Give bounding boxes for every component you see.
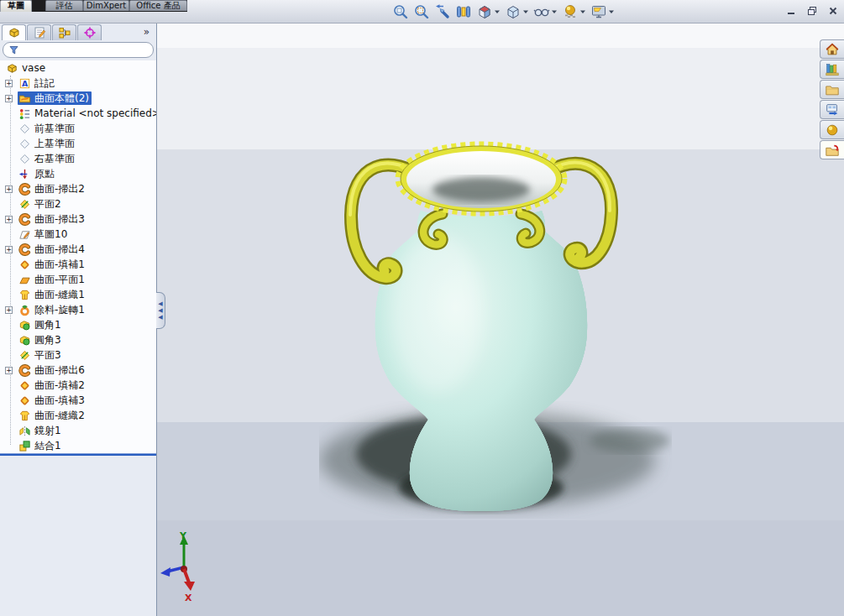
tree-item[interactable]: 曲面-填補2 — [0, 378, 156, 393]
vase-3d-model[interactable] — [319, 137, 672, 523]
tree-item-target[interactable]: 曲面-掃出6 — [18, 363, 87, 377]
tab-sketch[interactable]: 草圖 — [0, 0, 32, 12]
tree-item[interactable]: 上基準面 — [0, 136, 156, 151]
tree-root-item[interactable]: vase — [0, 60, 156, 76]
tree-item[interactable]: 曲面-縫織2 — [0, 408, 156, 423]
tree-item-target[interactable]: 草圖10 — [18, 227, 70, 241]
tree-item-target[interactable]: 曲面-掃出4 — [18, 243, 87, 256]
tree-item-target[interactable]: 曲面-掃出2 — [18, 182, 87, 196]
tab-evaluate[interactable]: 評估 — [45, 0, 83, 11]
tree-item-target[interactable]: 曲面-平面1 — [18, 273, 87, 286]
tree-item-target[interactable]: 圓角1 — [18, 318, 64, 331]
view-orientation-button[interactable] — [475, 3, 501, 21]
tree-item-target[interactable]: 曲面-掃出3 — [18, 212, 87, 226]
tree-item-target[interactable]: 曲面-填補3 — [18, 394, 87, 407]
tree-item[interactable]: 前基準面 — [0, 121, 156, 136]
tree-item[interactable]: 曲面-填補3 — [0, 393, 156, 408]
tree-item[interactable]: 圓角3 — [0, 332, 156, 347]
previous-view-button[interactable] — [433, 3, 452, 21]
expand-toggle[interactable]: + — [5, 185, 13, 193]
tree-item-target[interactable]: 原點 — [18, 167, 57, 180]
view-orientation-icon — [476, 3, 493, 20]
taskpane-tab-file-explorer[interactable] — [820, 80, 844, 99]
tree-item[interactable]: 曲面-填補1 — [0, 257, 156, 272]
dropdown-caret-icon[interactable] — [608, 8, 615, 15]
tab-propertymanager[interactable] — [27, 24, 51, 40]
close-button[interactable] — [826, 5, 839, 16]
tree-item-target[interactable]: Material <not specified> — [18, 107, 156, 120]
display-style-button[interactable] — [504, 3, 530, 21]
tree-item-target[interactable]: 曲面-縫織1 — [18, 288, 87, 301]
tree-item[interactable]: 原點 — [0, 166, 156, 181]
taskpane-tab-appearances-scenes[interactable] — [820, 120, 844, 139]
vase-rim[interactable] — [398, 144, 564, 213]
expand-toggle[interactable]: + — [5, 367, 13, 374]
taskpane-tab-solidworks-resources[interactable] — [820, 39, 844, 59]
tree-item-target[interactable]: 曲面本體(2) — [18, 91, 92, 105]
tree-item[interactable]: +曲面-掃出6 — [0, 363, 156, 378]
tree-item-target[interactable]: 鏡射1 — [18, 424, 64, 437]
tree-item[interactable]: 平面2 — [0, 196, 156, 211]
tree-item-target[interactable]: 除料-旋轉1 — [18, 303, 87, 316]
expand-toggle[interactable]: + — [5, 95, 13, 102]
tree-item-target[interactable]: A註記 — [18, 76, 57, 90]
tree-item[interactable]: 鏡射1 — [0, 423, 156, 438]
tree-item[interactable]: +曲面-掃出2 — [0, 181, 156, 196]
apply-scene-button[interactable] — [590, 3, 616, 21]
rollback-bar[interactable] — [0, 453, 156, 456]
taskpane-tab-design-library[interactable] — [820, 60, 844, 79]
tree-item[interactable]: +除料-旋轉1 — [0, 302, 156, 317]
manager-overflow-chevron[interactable]: » — [144, 26, 149, 38]
tab-featuremanager-design-tree[interactable] — [2, 24, 26, 40]
tab-office-products[interactable]: Office 產品 — [129, 0, 187, 11]
tree-item-target[interactable]: 前基準面 — [18, 122, 77, 135]
tree-item-target[interactable]: vase — [5, 61, 48, 75]
restore-button[interactable] — [805, 5, 818, 16]
zoom-to-fit-button[interactable] — [391, 3, 410, 21]
tree-item-target[interactable]: 曲面-填補1 — [18, 258, 87, 271]
tree-item[interactable]: 曲面-平面1 — [0, 272, 156, 287]
dropdown-caret-icon[interactable] — [522, 8, 529, 15]
taskpane-tab-view-palette[interactable] — [820, 100, 844, 119]
expand-toggle[interactable]: + — [5, 216, 13, 223]
tree-item[interactable]: +曲面本體(2) — [0, 91, 156, 106]
tree-item-target[interactable]: 上基準面 — [18, 137, 77, 150]
tree-item-target[interactable]: 結合1 — [18, 439, 64, 452]
tree-filter-input[interactable] — [23, 45, 140, 55]
zoom-to-area-button[interactable] — [412, 3, 431, 21]
section-view-button[interactable] — [454, 3, 473, 21]
tree-item[interactable]: 右基準面 — [0, 151, 156, 166]
tree-item-target[interactable]: 平面3 — [18, 348, 64, 362]
tree-item-target[interactable]: 曲面-填補2 — [18, 378, 87, 392]
minimize-button[interactable] — [784, 5, 797, 16]
tree-item[interactable]: 平面3 — [0, 347, 156, 363]
hide-show-items-button[interactable] — [532, 3, 558, 21]
edit-appearance-button[interactable] — [561, 3, 587, 21]
tab-dimxpert[interactable]: DimXpert — [83, 0, 129, 11]
tree-item-target[interactable]: 右基準面 — [18, 152, 77, 165]
expand-toggle[interactable]: + — [5, 80, 13, 87]
tree-item-target[interactable]: 曲面-縫織2 — [18, 409, 87, 422]
view-toolbar — [391, 3, 616, 21]
tree-item[interactable]: 草圖10 — [0, 227, 156, 242]
tree-item[interactable]: 曲面-縫織1 — [0, 287, 156, 302]
taskpane-tab-custom-properties[interactable] — [820, 140, 844, 159]
tree-item[interactable]: 圓角1 — [0, 317, 156, 332]
tree-item[interactable]: 結合1 — [0, 438, 156, 453]
panel-collapse-splitter[interactable]: ◀◀◀ — [156, 292, 165, 329]
tab-dimxpertmanager[interactable] — [77, 24, 102, 40]
tree-item[interactable]: Material <not specified> — [0, 106, 156, 121]
tree-item[interactable]: +曲面-掃出3 — [0, 211, 156, 227]
tree-item[interactable]: +曲面-掃出4 — [0, 242, 156, 257]
dropdown-caret-icon[interactable] — [494, 8, 501, 15]
dropdown-caret-icon[interactable] — [551, 8, 558, 15]
expand-toggle[interactable]: + — [5, 246, 13, 253]
expand-toggle[interactable]: + — [5, 306, 13, 314]
dropdown-caret-icon[interactable] — [579, 8, 586, 15]
tree-item-target[interactable]: 平面2 — [18, 197, 64, 211]
tab-configurationmanager[interactable] — [52, 24, 76, 40]
tree-item-label: Material <not specified> — [34, 107, 156, 119]
graphics-viewport[interactable]: Y X — [157, 23, 844, 616]
tree-item[interactable]: +A註記 — [0, 76, 156, 91]
tree-item-target[interactable]: 圓角3 — [18, 333, 64, 347]
